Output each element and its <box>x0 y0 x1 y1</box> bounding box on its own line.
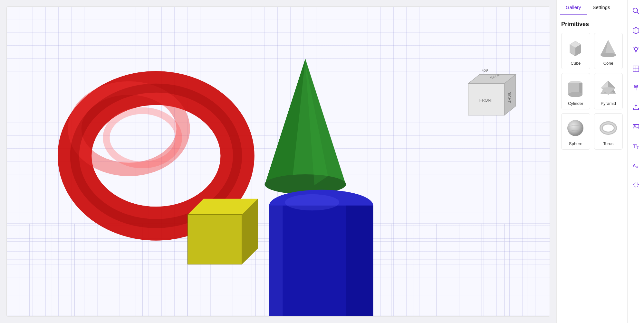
cube-3d-icon <box>632 27 639 34</box>
svg-rect-46 <box>346 206 373 317</box>
effects-icon <box>632 181 639 188</box>
cube-3d-icon-btn[interactable] <box>630 24 642 36</box>
svg-point-49 <box>285 194 340 211</box>
tab-gallery[interactable]: Gallery <box>560 0 587 15</box>
svg-line-88 <box>638 47 639 48</box>
svg-text:top: top <box>482 67 489 73</box>
svg-rect-47 <box>269 206 283 317</box>
image-icon <box>632 123 639 130</box>
effects-icon-btn[interactable] <box>630 179 642 190</box>
primitives-grid: Cube Cone <box>561 33 623 150</box>
text-large-icon: T T <box>632 143 639 150</box>
cylinder-label: Cylinder <box>568 101 583 106</box>
cylinder-icon <box>565 78 586 98</box>
svg-point-62 <box>601 53 616 57</box>
pyramid-preview <box>597 77 620 99</box>
svg-line-112 <box>637 186 638 187</box>
text-small-icon-btn[interactable]: A a <box>630 160 642 171</box>
cube-label: Cube <box>571 61 581 66</box>
torus-icon <box>598 118 619 139</box>
svg-line-109 <box>634 183 635 184</box>
3d-scene: top FRONT RIGHT BACK <box>7 7 550 317</box>
svg-text:FRONT: FRONT <box>479 98 494 103</box>
section-title: Primitives <box>561 21 623 28</box>
cone-icon <box>598 37 619 58</box>
sphere-icon <box>565 118 586 139</box>
search-icon <box>632 7 639 14</box>
text-small-icon: A a <box>632 162 639 169</box>
cylinder-preview <box>564 77 587 99</box>
cube-icon <box>565 37 586 58</box>
main-area: top FRONT RIGHT BACK <box>0 0 556 323</box>
grid-icon-btn[interactable] <box>630 63 642 75</box>
character-icon-btn[interactable] <box>630 82 642 94</box>
nav-cube: top FRONT RIGHT BACK <box>468 67 515 115</box>
cone-green <box>264 59 346 194</box>
svg-line-110 <box>637 183 638 184</box>
svg-text:A: A <box>633 163 636 168</box>
upload-icon-btn[interactable] <box>630 102 642 113</box>
light-icon <box>632 46 639 53</box>
upload-icon <box>632 104 639 111</box>
cone-label: Cone <box>603 61 613 66</box>
svg-point-66 <box>568 92 582 97</box>
image-icon-btn[interactable] <box>630 121 642 133</box>
primitive-pyramid[interactable]: Pyramid <box>594 73 623 109</box>
torus-label: Torus <box>603 141 613 146</box>
pyramid-icon <box>598 78 619 98</box>
svg-point-35 <box>106 111 179 165</box>
viewport[interactable]: top FRONT RIGHT BACK <box>6 6 550 317</box>
sidebar-icons: T T A a <box>627 0 644 323</box>
grid-icon <box>632 65 639 72</box>
svg-text:T: T <box>637 146 639 149</box>
svg-rect-40 <box>188 215 242 264</box>
cylinder-blue <box>269 190 373 317</box>
cube-preview <box>564 36 587 59</box>
svg-text:a: a <box>636 165 638 169</box>
light-icon-btn[interactable] <box>630 44 642 55</box>
svg-line-87 <box>633 47 634 48</box>
cube-yellow <box>188 199 258 264</box>
torus-preview <box>597 117 620 139</box>
svg-text:RIGHT: RIGHT <box>507 91 511 103</box>
primitive-cone[interactable]: Cone <box>594 33 623 69</box>
right-panel: Gallery Settings Primitives Cube <box>556 0 627 323</box>
svg-point-73 <box>567 120 583 136</box>
svg-point-94 <box>635 86 637 88</box>
text-large-icon-btn[interactable]: T T <box>630 140 642 152</box>
primitive-cylinder[interactable]: Cylinder <box>561 73 590 109</box>
primitive-cube[interactable]: Cube <box>561 33 590 69</box>
tab-settings[interactable]: Settings <box>587 0 616 15</box>
svg-line-111 <box>634 186 635 187</box>
pyramid-label: Pyramid <box>601 101 616 106</box>
cone-preview <box>597 36 620 59</box>
panel-content: Primitives Cube <box>557 15 627 323</box>
character-icon <box>632 85 639 92</box>
svg-rect-99 <box>633 125 639 129</box>
svg-point-82 <box>634 47 638 51</box>
sphere-preview <box>564 117 587 139</box>
tabs-header: Gallery Settings <box>557 0 627 15</box>
sphere-label: Sphere <box>569 141 582 146</box>
search-icon-btn[interactable] <box>630 5 642 17</box>
primitive-sphere[interactable]: Sphere <box>561 113 590 150</box>
primitive-torus[interactable]: Torus <box>594 113 623 150</box>
svg-line-78 <box>637 12 639 14</box>
